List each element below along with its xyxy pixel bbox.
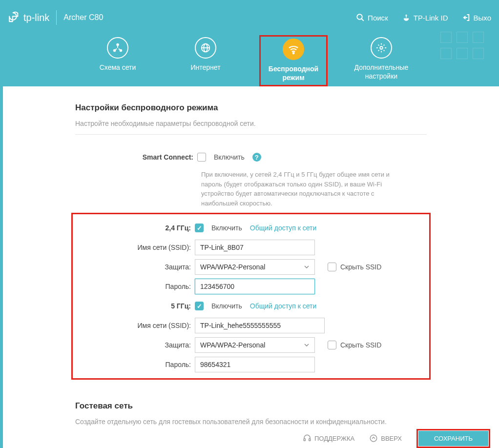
band24-label: 2,4 ГГц: <box>73 224 195 232</box>
svg-point-6 <box>357 14 362 20</box>
main-tabs: Схема сети Интернет Беспроводной режим Д… <box>0 35 499 86</box>
search-icon <box>356 13 365 22</box>
svg-point-19 <box>370 435 377 442</box>
wireless-settings-highlight: 2,4 ГГц: Включить Общий доступ к сети Им… <box>71 213 431 380</box>
tab-internet[interactable]: Интернет <box>171 35 240 86</box>
footer-bar: ПОДДЕРЖКА ВВЕРХ СОХРАНИТЬ <box>3 428 499 448</box>
wifi-icon <box>288 43 299 55</box>
support-label: ПОДДЕРЖКА <box>314 435 354 442</box>
band24-ssid-label: Имя сети (SSID): <box>73 244 195 251</box>
svg-rect-5 <box>473 48 484 59</box>
arrow-up-icon <box>369 434 378 443</box>
svg-rect-4 <box>457 48 468 59</box>
band24-enable-checkbox[interactable] <box>195 224 204 232</box>
tplink-id-button[interactable]: TP-Link ID <box>402 13 448 22</box>
band24-enable-label: Включить <box>211 224 242 232</box>
band24-security-value: WPA/WPA2-Personal <box>200 263 265 271</box>
svg-point-9 <box>116 43 119 46</box>
band5-hide-ssid-checkbox[interactable] <box>328 341 336 349</box>
logout-label: Выхо <box>474 14 491 22</box>
guest-desc: Создайте отдельную сеть для гостевых пол… <box>75 418 427 426</box>
header-divider <box>56 10 57 25</box>
band24-security-label: Защита: <box>73 263 195 271</box>
header: tp-link Archer C80 Поиск TP-Link ID Выхо <box>0 0 499 35</box>
wireless-title: Настройки беспроводного режима <box>75 103 427 113</box>
svg-rect-1 <box>457 32 468 43</box>
band24-security-select[interactable]: WPA/WPA2-Personal <box>195 259 315 275</box>
band24-ssid-input[interactable] <box>195 240 315 255</box>
svg-line-7 <box>361 19 364 21</box>
band24-hide-ssid-label: Скрыть SSID <box>340 263 381 271</box>
svg-rect-18 <box>309 439 311 441</box>
band5-ssid-label: Имя сети (SSID): <box>73 322 195 329</box>
chevron-down-icon <box>304 264 310 270</box>
gear-icon <box>376 42 387 53</box>
logout-icon <box>462 13 471 22</box>
tab-network-map[interactable]: Схема сети <box>83 35 152 86</box>
smart-connect-enable-label: Включить <box>214 153 245 161</box>
brand-logo: tp-link <box>8 11 49 24</box>
save-button-highlight: СОХРАНИТЬ <box>416 429 490 448</box>
content-panel: Настройки беспроводного режима Настройте… <box>3 86 499 448</box>
band5-security-label: Защита: <box>73 341 195 349</box>
support-button[interactable]: ПОДДЕРЖКА <box>303 434 354 443</box>
band24-password-input[interactable] <box>195 279 315 294</box>
logout-button[interactable]: Выхо <box>462 13 491 22</box>
search-label: Поиск <box>368 14 388 22</box>
bg-pattern <box>431 29 499 83</box>
band5-ssid-input[interactable] <box>195 318 325 333</box>
band5-share-link[interactable]: Общий доступ к сети <box>250 302 317 310</box>
band5-security-value: WPA/WPA2-Personal <box>200 341 265 349</box>
svg-rect-3 <box>441 48 452 59</box>
brand-text: tp-link <box>23 12 49 23</box>
tab-wireless[interactable]: Беспроводной режим <box>259 35 328 86</box>
band24-share-link[interactable]: Общий доступ к сети <box>250 224 317 232</box>
svg-point-16 <box>380 46 383 49</box>
band24-hide-ssid-checkbox[interactable] <box>328 263 336 271</box>
tplink-logo-icon <box>8 11 21 24</box>
globe-icon <box>200 42 211 53</box>
model-name: Archer C80 <box>63 13 103 22</box>
band5-password-input[interactable] <box>195 357 315 372</box>
band5-enable-label: Включить <box>211 302 242 310</box>
smart-connect-hint: При включении, у сетей 2,4 ГГц и 5 ГГц б… <box>201 170 396 208</box>
svg-point-15 <box>293 53 294 54</box>
smart-connect-label: Smart Connect: <box>75 153 197 161</box>
save-button[interactable]: СОХРАНИТЬ <box>418 431 488 446</box>
tab-network-label: Схема сети <box>100 63 136 72</box>
tab-internet-label: Интернет <box>190 63 220 72</box>
band5-security-select[interactable]: WPA/WPA2-Personal <box>195 337 315 353</box>
svg-rect-17 <box>304 439 305 441</box>
wireless-desc: Настройте необходимые параметры беспрово… <box>75 120 427 127</box>
smart-connect-checkbox[interactable] <box>197 153 206 162</box>
svg-rect-2 <box>473 32 484 43</box>
guest-title: Гостевая сеть <box>75 401 427 411</box>
band5-label: 5 ГГц: <box>73 302 195 310</box>
svg-rect-0 <box>441 32 452 43</box>
band5-hide-ssid-label: Скрыть SSID <box>340 341 381 349</box>
top-button[interactable]: ВВЕРХ <box>369 434 402 443</box>
tab-wireless-label: Беспроводной режим <box>269 65 318 82</box>
band5-enable-checkbox[interactable] <box>195 302 204 310</box>
headset-icon <box>303 434 312 443</box>
tplink-id-label: TP-Link ID <box>414 14 448 22</box>
chevron-down-icon <box>304 342 310 348</box>
smart-connect-help-icon[interactable]: ? <box>252 153 261 162</box>
tab-advanced-label: Дополнительные настройки <box>354 63 409 81</box>
band5-password-label: Пароль: <box>73 361 195 368</box>
cloud-user-icon <box>402 13 411 22</box>
tab-advanced[interactable]: Дополнительные настройки <box>347 35 416 86</box>
band24-password-label: Пароль: <box>73 283 195 290</box>
top-label: ВВЕРХ <box>381 435 402 442</box>
network-map-icon <box>112 42 123 53</box>
search-button[interactable]: Поиск <box>356 13 388 22</box>
